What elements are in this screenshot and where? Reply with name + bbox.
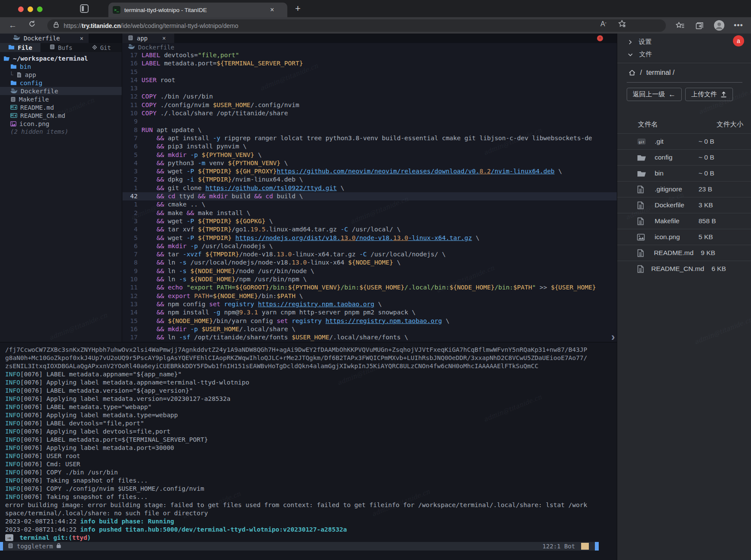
- code-line[interactable]: 5 && mkdir -p ${PYTHON_VENV} \: [123, 151, 617, 159]
- code-line[interactable]: 10 && ln -s ${NODE_HOME}/npm /usr/bin/np…: [123, 275, 617, 283]
- code-line[interactable]: 9 && ln -s ${NODE_HOME}/node /usr/bin/no…: [123, 267, 617, 275]
- tree-item-config[interactable]: config: [0, 79, 122, 87]
- terminal-line: g8aN0h+Mc10GoZkpof0xkJ4Up7vU2oUQ9r5PscAY…: [5, 354, 612, 362]
- window-close-button[interactable]: [18, 6, 24, 12]
- file-row-dockerfile[interactable]: Dockerfile3 KB: [617, 197, 751, 213]
- upload-file-button[interactable]: 上传文件: [685, 88, 733, 101]
- code-line[interactable]: 4 && python3 -m venv ${PYTHON_VENV} \: [123, 159, 617, 167]
- code-line-current[interactable]: 42 && cd ttyd && mkdir build && cd build…: [123, 192, 617, 200]
- browser-menu-icon[interactable]: •••: [734, 21, 743, 30]
- tree-item-icon-png[interactable]: icon.png: [0, 120, 122, 128]
- code-line[interactable]: 17 && ln -sf /opt/titanide/share/fonts $…: [123, 333, 617, 342]
- tab-overview-icon[interactable]: [80, 4, 89, 13]
- code-line[interactable]: 3 && wget -P ${TMPDIR} ${GH_PROXY}https:…: [123, 167, 617, 175]
- file-row-readme-md[interactable]: README.md9 KB: [617, 245, 751, 261]
- code-line[interactable]: 1 && git clone https://github.com/tsl092…: [123, 184, 617, 192]
- column-filesize[interactable]: 文件大小: [717, 120, 743, 129]
- settings-section-header[interactable]: 设置: [617, 36, 751, 48]
- code-line[interactable]: 8RUN apt update \: [123, 126, 617, 134]
- back-icon[interactable]: ←: [9, 21, 17, 30]
- file-size: ~ 0 B: [699, 154, 729, 161]
- close-icon[interactable]: ×: [162, 35, 166, 42]
- code-line[interactable]: 14USER root: [123, 76, 617, 84]
- code-editor[interactable]: app × × Dockerfile 17LABEL devtools="fil…: [123, 34, 617, 342]
- line-number: 5: [123, 151, 142, 159]
- file-row-readme-cn-md[interactable]: README_CN.md6 KB: [617, 261, 751, 277]
- lock-icon[interactable]: [53, 22, 59, 30]
- file-row--git[interactable]: git.git~ 0 B: [617, 133, 751, 149]
- user-badge[interactable]: a: [733, 35, 744, 46]
- code-line[interactable]: 6 && mkdir -p /usr/local/nodejs \: [123, 242, 617, 250]
- tree-item-app[interactable]: └app: [0, 71, 122, 79]
- close-icon[interactable]: ×: [80, 35, 83, 42]
- code-line[interactable]: 10COPY ./.local/share /opt/titanide/shar…: [123, 109, 617, 117]
- line-number: 14: [123, 308, 142, 317]
- folder-icon: [10, 80, 17, 86]
- code-line[interactable]: 7 && apt install -y ripgrep ranger lolca…: [123, 134, 617, 142]
- code-line[interactable]: 2 && make && make install \: [123, 209, 617, 217]
- tree-item-makefile[interactable]: Makefile: [0, 95, 122, 103]
- code-line[interactable]: 13 && npm config set registry https://re…: [123, 300, 617, 308]
- code-line[interactable]: 13: [123, 84, 617, 92]
- collections-icon[interactable]: [695, 21, 704, 32]
- code-line[interactable]: 15 && ${NODE_HOME}/bin/yarn config set r…: [123, 317, 617, 325]
- code-line[interactable]: 6 && pip3 install pynvim \: [123, 142, 617, 151]
- explorer-tab-bufs[interactable]: Bufs: [40, 43, 81, 52]
- go-up-button[interactable]: 返回上一级 ←: [627, 88, 682, 101]
- tree-item-bin[interactable]: bin: [0, 62, 122, 71]
- whale-icon: [10, 88, 18, 94]
- code-line[interactable]: 8 && ln -s /usr/local/nodejs/node-v18.13…: [123, 258, 617, 267]
- tree-item-readme-cn-md[interactable]: README_CN.md: [0, 111, 122, 120]
- profile-avatar[interactable]: [714, 20, 724, 31]
- editor-tab-label: app: [137, 35, 148, 42]
- code-line[interactable]: 9: [123, 117, 617, 126]
- record-dot-icon[interactable]: ×: [597, 35, 603, 41]
- breadcrumb-separator: /: [640, 69, 642, 77]
- sidebar-tab-dockerfile[interactable]: Dockerfile ×: [0, 34, 89, 43]
- files-section-header[interactable]: 文件: [617, 48, 751, 61]
- code-line[interactable]: 11 && echo "export PATH=${GOROOT}/bin:${…: [123, 283, 617, 292]
- code-line[interactable]: 7 && tar -xvzf ${TMPDIR}/node-v18.13.0-l…: [123, 250, 617, 258]
- terminal-panel[interactable]: /fj7CcwoCW7ZXBc3snKxZNYHpbh7uhwOvx2lsi4W…: [0, 342, 617, 560]
- explorer-tab-file[interactable]: File: [0, 43, 40, 52]
- code-line[interactable]: 15: [123, 68, 617, 76]
- code-line[interactable]: 5 && wget -P ${TMPDIR} https://nodejs.or…: [123, 234, 617, 242]
- add-favorite-icon[interactable]: [618, 19, 626, 30]
- read-aloud-icon[interactable]: A’: [600, 20, 606, 28]
- code-line[interactable]: 12COPY ./bin /usr/bin: [123, 92, 617, 101]
- refresh-icon[interactable]: [28, 20, 36, 30]
- code-line[interactable]: 3 && wget -P ${TMPDIR} ${GOPKG} \: [123, 217, 617, 225]
- address-bar[interactable]: https://try.titanide.cn/ide/web/coding/t…: [47, 19, 666, 32]
- file-row-icon-png[interactable]: icon.png5 KB: [617, 229, 751, 245]
- file-row--gitignore[interactable]: .gitignore23 B: [617, 181, 751, 197]
- img-file-icon: [637, 234, 647, 241]
- code-line[interactable]: 1 && cmake .. \: [123, 200, 617, 209]
- scrollbar-thumb[interactable]: [595, 542, 599, 551]
- tab-close-icon[interactable]: ×: [270, 6, 274, 13]
- code-line[interactable]: 2 && dpkg -i ${TMPDIR}/nvim-linux64.deb …: [123, 175, 617, 184]
- window-minimize-button[interactable]: [28, 6, 33, 12]
- explorer-tab-git[interactable]: Git: [81, 43, 122, 52]
- code-line[interactable]: 11COPY ./config/nvim $USER_HOME/.config/…: [123, 101, 617, 109]
- tree-item-readme-md[interactable]: README.md: [0, 103, 122, 111]
- file-row-bin[interactable]: bin~ 0 B: [617, 165, 751, 181]
- code-line[interactable]: 16 && mkdir -p $USER_HOME/.local/share \: [123, 325, 617, 333]
- column-filename[interactable]: 文件名: [638, 120, 658, 129]
- code-lines[interactable]: 17LABEL devtools="file,port"16LABEL meta…: [123, 51, 617, 342]
- code-line[interactable]: 12 && export PATH=${NODE_HOME}/bin:$PATH…: [123, 292, 617, 300]
- file-row-makefile[interactable]: Makefile858 B: [617, 213, 751, 229]
- code-line[interactable]: 16LABEL metadata.port=${TERMINAL_SERVER_…: [123, 59, 617, 68]
- new-tab-button[interactable]: +: [295, 4, 301, 13]
- code-line[interactable]: 4 && tar xvf ${TMPDIR}/go1.19.5.linux-am…: [123, 225, 617, 234]
- breadcrumb[interactable]: / terminal /: [617, 63, 751, 82]
- breadcrumb-path[interactable]: terminal /: [646, 69, 674, 77]
- code-line[interactable]: 14 && npm install -g npm@9.3.1 yarn cnpm…: [123, 308, 617, 317]
- favorites-icon[interactable]: [676, 21, 685, 32]
- editor-tab-app[interactable]: app ×: [123, 34, 174, 43]
- window-zoom-button[interactable]: [37, 6, 43, 12]
- file-row-config[interactable]: config~ 0 B: [617, 149, 751, 165]
- tree-item--workspace-terminal[interactable]: ~/workspace/terminal: [0, 54, 122, 62]
- tree-item-dockerfile[interactable]: Dockerfile: [0, 87, 122, 95]
- code-line[interactable]: 17LABEL devtools="file,port": [123, 51, 617, 59]
- browser-tab[interactable]: >_ terminal-ttyd-wlotnipo - TitanIDE ×: [108, 3, 287, 17]
